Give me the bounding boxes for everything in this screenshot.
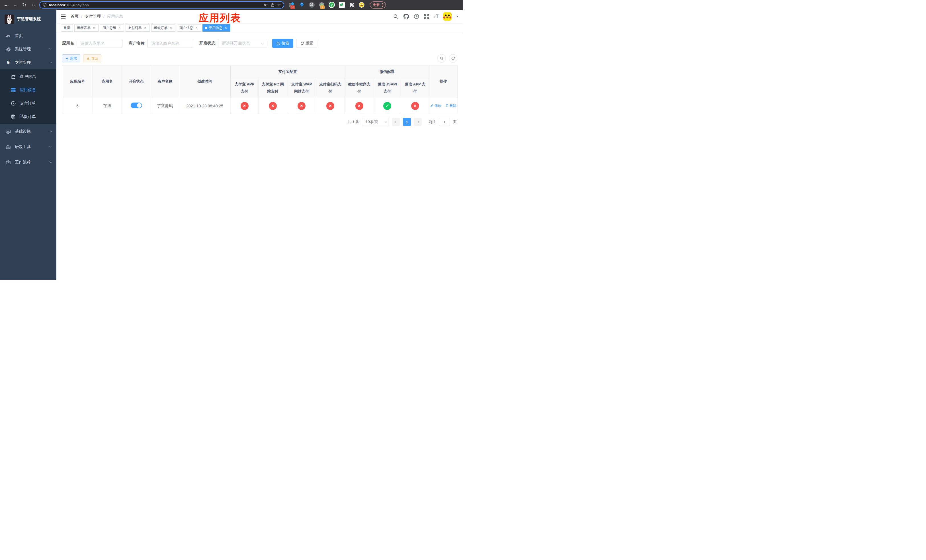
export-button-label: 导出 — [91, 56, 98, 61]
goto-page-input[interactable] — [439, 118, 450, 126]
col-alipay-qr: 支付宝扫码支付 — [316, 78, 345, 98]
edit-link-label: 修改 — [434, 103, 441, 108]
sidebar-collapse-icon[interactable] — [61, 14, 67, 20]
github-icon[interactable] — [403, 14, 409, 20]
fullscreen-icon[interactable] — [424, 14, 430, 20]
status-label: 开启状态 — [199, 41, 215, 46]
total-count: 共 1 条 — [348, 120, 359, 124]
status-wechat-app-icon: × — [411, 102, 419, 110]
browser-back-icon[interactable]: ← — [3, 2, 9, 8]
sidebar-item-home[interactable]: 首页 — [0, 29, 56, 42]
ext-recorder-icon[interactable]: 1 — [319, 2, 325, 8]
next-page-button[interactable] — [414, 118, 422, 126]
reset-button[interactable]: 重置 — [296, 39, 317, 48]
ext-emoji-icon[interactable] — [359, 2, 365, 8]
app-name-input[interactable] — [77, 39, 123, 48]
breadcrumb-payment[interactable]: 支付管理 — [85, 14, 101, 19]
chrome-update-button[interactable]: 更新 — [370, 2, 386, 9]
enabled-toggle[interactable] — [131, 103, 142, 108]
address-bar[interactable]: localhost:1024/pay/app ☆ — [39, 1, 284, 9]
ext-command-icon[interactable] — [309, 2, 315, 8]
breadcrumb-separator: / — [103, 14, 104, 19]
ext-yudao-icon[interactable]: y — [328, 2, 335, 8]
table-toolbar: 新增 导出 — [62, 54, 457, 63]
font-size-icon[interactable]: TT — [434, 14, 439, 19]
sidebar-item-app-info[interactable]: 应用信息 — [0, 83, 56, 97]
sidebar-item-refund-orders[interactable]: 退款订单 — [0, 110, 56, 123]
col-merchant: 商户名称 — [151, 65, 179, 98]
search-button[interactable]: 搜索 — [272, 39, 293, 48]
app-logo-row[interactable]: 芋道管理系统 — [0, 10, 56, 29]
refresh-button[interactable] — [449, 54, 457, 63]
edit-link[interactable]: 修改 — [430, 103, 441, 108]
sidebar-item-label: 研发工具 — [15, 144, 46, 150]
tag-app-info-active[interactable]: 应用信息 × — [203, 24, 230, 32]
avatar-caret-icon[interactable] — [456, 16, 458, 17]
tag-process-form[interactable]: 流程表单 × — [74, 24, 98, 32]
export-button[interactable]: 导出 — [83, 54, 101, 62]
navbar-actions: ? TT — [393, 12, 458, 21]
page-content: 应用名 商户名称 开启状态 请选择开启状态 搜索 重置 — [56, 33, 463, 280]
close-icon[interactable]: × — [92, 26, 96, 30]
col-app-id: 应用编号 — [62, 65, 93, 98]
document-icon — [11, 114, 16, 120]
close-icon[interactable]: × — [169, 26, 173, 30]
password-key-icon[interactable] — [264, 3, 268, 7]
tag-merchant-info[interactable]: 商户信息 × — [177, 24, 201, 32]
status-wechat-jsapi-icon: ✓ — [383, 102, 391, 110]
tag-refund-orders[interactable]: 退款订单 × — [151, 24, 176, 32]
close-icon[interactable]: × — [118, 26, 122, 30]
sidebar-item-workflow[interactable]: 工作流程 — [0, 155, 56, 170]
col-alipay-pc: 支付宝 PC 网站支付 — [259, 78, 287, 98]
extensions-puzzle-icon[interactable] — [348, 2, 355, 8]
prev-page-button[interactable] — [392, 118, 400, 126]
share-icon[interactable] — [271, 3, 275, 7]
tag-home[interactable]: 首页 — [61, 24, 73, 32]
page-1-button[interactable]: 1 — [403, 118, 411, 126]
sidebar-item-label: 应用信息 — [20, 88, 52, 92]
bookmark-star-icon[interactable]: ☆ — [277, 3, 281, 7]
toggle-search-button[interactable] — [437, 54, 446, 63]
filter-form: 应用名 商户名称 开启状态 请选择开启状态 搜索 重置 — [62, 39, 457, 48]
delete-link[interactable]: 删除 — [445, 103, 457, 108]
sidebar: 芋道管理系统 首页 系统管理 ¥ 支付管理 — [0, 10, 56, 280]
ext-badge: 10 — [291, 5, 295, 9]
tag-user-group[interactable]: 用户分组 × — [100, 24, 124, 32]
user-avatar[interactable] — [443, 12, 452, 21]
header-search-icon[interactable] — [393, 14, 399, 20]
store-icon — [11, 74, 16, 79]
add-button[interactable]: 新增 — [62, 54, 80, 62]
close-icon[interactable]: × — [143, 26, 147, 30]
pagination: 共 1 条 10条/页 1 前往 页 — [62, 118, 457, 126]
sidebar-item-system[interactable]: 系统管理 — [0, 42, 56, 56]
tag-pay-orders[interactable]: 支付订单 × — [126, 24, 150, 32]
breadcrumb-home[interactable]: 首页 — [71, 14, 79, 19]
col-alipay-wap: 支付宝 WAP 网站支付 — [287, 78, 316, 98]
status-select[interactable]: 请选择开启状态 — [218, 39, 267, 48]
browser-menu-icon[interactable] — [382, 3, 383, 7]
sidebar-item-pay-orders[interactable]: ¥ 支付订单 — [0, 97, 56, 110]
sidebar-item-infrastructure[interactable]: 基础设施 — [0, 124, 56, 139]
sidebar-menu: 首页 系统管理 ¥ 支付管理 商户信息 — [0, 29, 56, 170]
ext-balloon-icon[interactable] — [299, 2, 305, 8]
ext-chat-icon[interactable] — [339, 2, 345, 8]
site-info-icon[interactable] — [43, 3, 47, 7]
sidebar-item-payment[interactable]: ¥ 支付管理 — [0, 56, 56, 69]
merchant-name-input[interactable] — [147, 39, 193, 48]
close-icon[interactable]: × — [195, 26, 198, 30]
close-icon[interactable]: × — [224, 26, 228, 30]
page-size-select[interactable]: 10条/页 — [362, 118, 389, 126]
sidebar-item-label: 支付订单 — [20, 101, 52, 106]
browser-reload-icon[interactable]: ↻ — [21, 2, 27, 8]
col-wechat-app: 微信 APP 支付 — [401, 78, 430, 98]
tag-label: 退款订单 — [154, 26, 168, 30]
sidebar-item-dev-tools[interactable]: 研发工具 — [0, 139, 56, 155]
browser-forward-icon[interactable]: → — [12, 2, 18, 8]
toolbar-right — [437, 54, 457, 63]
help-icon[interactable]: ? — [413, 14, 419, 20]
tag-label: 支付订单 — [128, 26, 142, 30]
ext-blue-diamond-icon[interactable]: 10 — [289, 2, 295, 8]
cell-merchant: 芋道源码 — [151, 98, 179, 114]
browser-home-icon[interactable]: ⌂ — [30, 2, 36, 8]
sidebar-item-merchant-info[interactable]: 商户信息 — [0, 70, 56, 83]
